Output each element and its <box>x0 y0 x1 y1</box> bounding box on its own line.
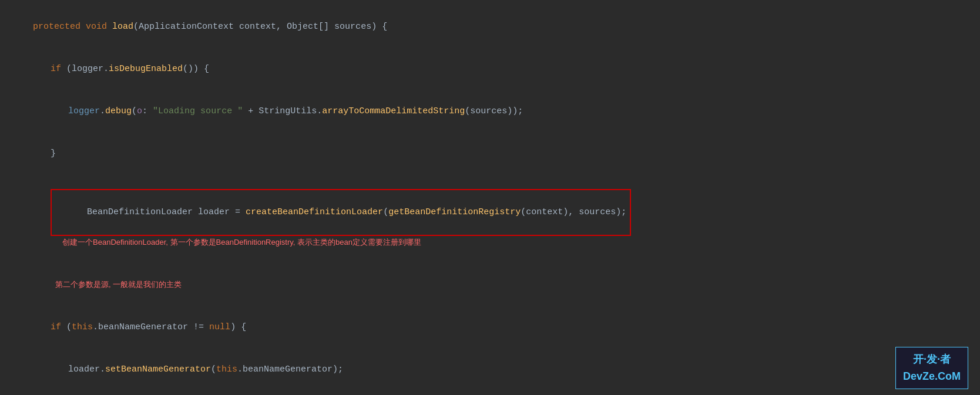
param-o: o <box>137 106 142 116</box>
line7-loader: loader. <box>68 364 105 374</box>
code-line-8: } <box>12 391 968 395</box>
line3-paren: ( <box>132 106 137 116</box>
line6-p1: ( <box>66 322 72 332</box>
line6-brace: ) { <box>230 322 246 332</box>
watermark-line2: DevZe.CoM <box>903 368 961 385</box>
line1-rest: (ApplicationContext context, Object[] so… <box>133 22 387 32</box>
line5-paren: ( <box>383 207 388 217</box>
line6-dot: .beanNameGenerator != <box>93 322 209 332</box>
line5-end: (context), sources); <box>521 207 626 217</box>
method-debug: debug <box>105 106 132 116</box>
method-createLoader: createBeanDefinitionLoader <box>246 207 383 217</box>
watermark-line1: 开·发·者 <box>903 351 961 368</box>
keyword-this-1: this <box>72 322 93 332</box>
line4-brace: } <box>51 148 56 158</box>
keyword-void: void <box>86 22 112 32</box>
code-block: protected void load(ApplicationContext c… <box>0 0 980 395</box>
line7-rest: .beanNameGenerator); <box>237 364 343 374</box>
keyword-if-1: if <box>51 64 66 74</box>
code-line-4: } <box>12 133 968 175</box>
code-line-7: loader.setBeanNameGenerator(this.beanNam… <box>12 349 968 391</box>
logger-ref: logger <box>68 106 100 116</box>
method-isDebugEnabled: isDebugEnabled <box>109 64 183 74</box>
keyword-null-1: null <box>209 322 230 332</box>
code-line-1: protected void load(ApplicationContext c… <box>12 6 968 48</box>
line2-p3: ()) { <box>183 64 209 74</box>
method-arrayToComma: arrayToCommaDelimitedString <box>322 106 465 116</box>
line3-dot1: . <box>100 106 105 116</box>
method-load: load <box>112 22 133 32</box>
method-setBeanName: setBeanNameGenerator <box>105 364 211 374</box>
method-getRegistry: getBeanDefinitionRegistry <box>388 207 521 217</box>
line2-p1: (logger. <box>66 64 109 74</box>
code-line-3: logger.debug(o: "Loading source " + Stri… <box>12 90 968 133</box>
code-line-6: if (this.beanNameGenerator != null) { <box>12 306 968 349</box>
tooltip-line2-row: 第二个参数是源, 一般就是我们的主类 <box>12 264 968 306</box>
tooltip-line1: 创建一个BeanDefinitionLoader, 第一个参数是BeanDefi… <box>62 238 421 247</box>
line3-end: (sources)); <box>465 106 523 116</box>
keyword-if-2: if <box>51 322 66 332</box>
keyword-this-2: this <box>216 364 237 374</box>
string-loading: "Loading source " <box>153 106 243 116</box>
tooltip-line2: 第二个参数是源, 一般就是我们的主类 <box>55 280 182 289</box>
code-line-2: if (logger.isDebugEnabled()) { <box>12 48 968 90</box>
keyword-protected: protected <box>33 22 86 32</box>
watermark: 开·发·者 DevZe.CoM <box>895 347 968 389</box>
line7-p1: ( <box>211 364 216 374</box>
bean-type: BeanDefinitionLoader loader = <box>87 207 246 217</box>
line3-plus: + StringUtils. <box>243 106 322 116</box>
line3-colon: : <box>142 106 153 116</box>
code-line-5: BeanDefinitionLoader loader = createBean… <box>12 175 968 264</box>
